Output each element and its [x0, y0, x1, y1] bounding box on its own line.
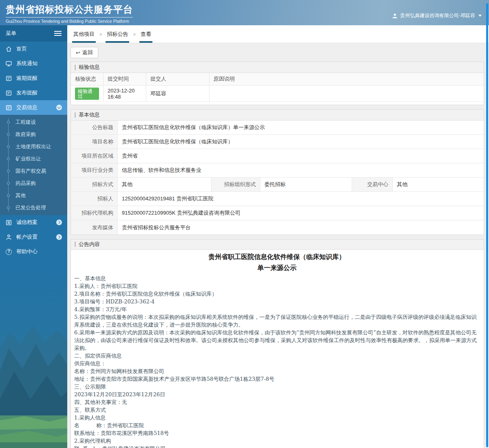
sidebar-item-publish-reminder[interactable]: 发布提醒 — [0, 86, 67, 100]
info-row-region: 项目所在区域 贵州省 — [71, 149, 484, 163]
monitor-icon — [5, 60, 12, 67]
submenu-item-gov-procurement[interactable]: 政府采购 — [0, 128, 67, 141]
document-icon — [5, 104, 12, 111]
document-icon — [5, 75, 12, 82]
document-body: 一、基本信息 1.采购人：贵州省职工医院 2.项目名称：贵州省职工医院信息化软件… — [74, 275, 480, 448]
field-value: 其他 — [118, 178, 211, 191]
column-header: 提交人 — [146, 73, 209, 86]
section-marker — [75, 112, 76, 118]
basic-info-panel: 基本信息 公告标题 贵州省职工医院信息化软件维保（临床知识库）单一来源公示 项目… — [70, 109, 484, 235]
chevron-right-icon — [56, 234, 62, 240]
doc-paragraph: 二、拟定供应商信息 — [74, 352, 480, 360]
field-label: 公告标题 — [71, 121, 118, 134]
field-value: 91520000722109905K 贵州弘典建设咨询有限公司 — [118, 206, 484, 220]
breadcrumb: 其他项目 > 招标公告 > 查看 — [67, 25, 489, 43]
sidebar-item-system-notice[interactable]: 系统通知 — [0, 56, 67, 71]
doc-paragraph: 4.采购预算：3万元/年 — [74, 305, 480, 313]
submenu-label: 国有产权交易 — [15, 168, 46, 175]
submenu-label: 土地使用权出让 — [15, 143, 51, 150]
doc-paragraph: 三、公示期限 — [74, 383, 480, 391]
reason-cell — [209, 86, 484, 102]
basic-panel-header: 基本信息 — [71, 110, 484, 121]
chevron-down-icon — [56, 105, 62, 110]
sidebar-landscape-image — [0, 265, 67, 448]
submenu-item-state-property[interactable]: 国有产权交易 — [0, 165, 67, 177]
field-label: 招标方式 — [71, 178, 118, 191]
column-header: 核验状态 — [71, 73, 104, 86]
verify-table-header: 核验状态 提交时间 提交人 原因说明 — [71, 73, 484, 86]
sidebar-item-home[interactable]: 首页 — [0, 42, 67, 56]
info-row-tenderer: 招标人 125200004292019481 贵州省职工医院 — [71, 192, 484, 206]
sidebar-item-label: 诚信档案 — [16, 219, 37, 226]
field-label: 交易中心 — [352, 178, 393, 191]
announcement-panel: 公告内容 贵州省职工医院信息化软件维保（临床知识库） 单一来源公示 一、基本信息… — [70, 239, 484, 448]
sidebar-item-label: 帐户设置 — [16, 233, 37, 241]
home-icon — [5, 46, 12, 53]
breadcrumb-label: 招标公告 — [107, 31, 128, 38]
sidebar-item-account-settings[interactable]: 帐户设置 — [0, 230, 67, 244]
column-header: 原因说明 — [209, 73, 484, 86]
chevron-down-icon — [478, 15, 482, 17]
basic-panel-title: 基本信息 — [79, 111, 100, 119]
sidebar-item-trade-info[interactable]: 交易信息 — [0, 100, 67, 115]
announcement-document: 贵州省职工医院信息化软件维保（临床知识库） 单一来源公示 一、基本信息 1.采购… — [71, 250, 484, 448]
sidebar-item-help-center[interactable]: 帮助中心 — [0, 244, 67, 259]
info-row-agency: 招标代理机构 91520000722109905K 贵州弘典建设咨询有限公司 — [71, 206, 484, 220]
submenu-item-engineering[interactable]: 工程建设 — [0, 116, 67, 128]
submenu-item-drug-procurement[interactable]: 药品采购 — [0, 177, 67, 189]
back-icon — [76, 50, 80, 56]
user-menu[interactable]: 贵州弘典建设咨询有限公司-邓廷容 — [392, 12, 482, 19]
breadcrumb-separator: > — [133, 25, 135, 43]
sidebar-menu-bar: 菜单 — [0, 25, 67, 42]
field-value: 委托招标 — [260, 178, 352, 191]
field-value: 125200004292019481 贵州省职工医院 — [118, 192, 484, 206]
field-label: 招标人 — [71, 192, 118, 206]
breadcrumb-separator: > — [99, 25, 102, 43]
breadcrumb-label: 其他项目 — [73, 31, 95, 38]
field-label: 招标组织形式 — [211, 178, 260, 191]
platform-title: 贵州省招标投标公共服务平台 — [6, 3, 133, 18]
hamburger-icon[interactable] — [54, 31, 62, 36]
doc-paragraph: 联 系 人：贵州弘典建设咨询有限公司 — [74, 445, 480, 448]
back-button-label: 返回 — [82, 49, 93, 56]
verify-panel-title: 核验信息 — [79, 64, 100, 71]
field-value: 贵州省职工医院信息化软件维保（临床知识库）单一来源公示 — [118, 121, 484, 134]
back-button[interactable]: 返回 — [70, 47, 98, 58]
sidebar-item-label: 系统通知 — [16, 60, 37, 67]
submenu-item-land-use[interactable]: 土地使用权出让 — [0, 141, 67, 153]
breadcrumb-item-view[interactable]: 查看 — [139, 25, 152, 43]
doc-paragraph: 2.项目名称：贵州省职工医院信息化软件维保（临床知识库） — [74, 290, 480, 298]
doc-paragraph: 2.采购代理机构 — [74, 437, 480, 445]
doc-paragraph: 名称：贵州同方知网科技发展有限公司 — [74, 367, 480, 375]
submenu-item-other[interactable]: 其他 — [0, 189, 67, 202]
field-label: 发布媒体 — [71, 220, 118, 235]
chevron-right-icon — [56, 220, 62, 225]
submenu-item-published-notices[interactable]: 已发公告处理 — [0, 202, 67, 214]
sidebar-item-label: 交易信息 — [16, 104, 37, 111]
doc-paragraph: 四、其他补充事宜：无 — [74, 398, 480, 406]
announcement-panel-title: 公告内容 — [79, 241, 100, 248]
info-row-notice-title: 公告标题 贵州省职工医院信息化软件维保（临床知识库）单一来源公示 — [71, 121, 484, 135]
sidebar-item-credit-archive[interactable]: 诚信档案 — [0, 215, 67, 230]
vertical-scrollbar[interactable] — [486, 3, 488, 447]
verify-status-cell: 核验通过 — [71, 86, 104, 102]
help-icon — [6, 249, 12, 255]
submenu-item-mining-rights[interactable]: 矿业权出让 — [0, 153, 67, 165]
sidebar-item-overdue-reminder[interactable]: 逾期提醒 — [0, 71, 67, 86]
platform-subtitle: GuiZhou Province Tendering and Bidding P… — [6, 19, 133, 24]
sidebar-item-label: 逾期提醒 — [16, 75, 37, 82]
document-title-line1: 贵州省职工医院信息化软件维保（临床知识库） — [74, 251, 480, 262]
verify-info-panel: 核验信息 核验状态 提交时间 提交人 原因说明 核验通过 2023-12-20 … — [70, 61, 484, 105]
doc-paragraph: 6.采用单一来源采购方式的原因及说明：本次采购的临床知识库信息化软件维保，由于该… — [74, 329, 480, 352]
doc-paragraph: 3.项目编号：HDZB-2023-362-4 — [74, 298, 480, 305]
field-label: 项目所在区域 — [71, 149, 118, 163]
status-badge: 核验通过 — [75, 88, 99, 100]
submenu-label: 政府采购 — [15, 131, 36, 138]
breadcrumb-item-other-projects[interactable]: 其他项目 — [72, 25, 96, 43]
field-value: 贵州省职工医院信息化软件维保（临床知识库） — [118, 135, 484, 149]
breadcrumb-item-tender-notice[interactable]: 招标公告 — [106, 25, 129, 43]
doc-paragraph: 地址：贵州省贵阳市贵阳国家高新技术产业开发区毕节路58号联合广场1栋23层7-8… — [74, 375, 480, 383]
section-marker — [75, 242, 76, 247]
announcement-panel-header: 公告内容 — [71, 239, 484, 250]
doc-paragraph: 1.采购人：贵州省职工医院 — [74, 282, 480, 290]
